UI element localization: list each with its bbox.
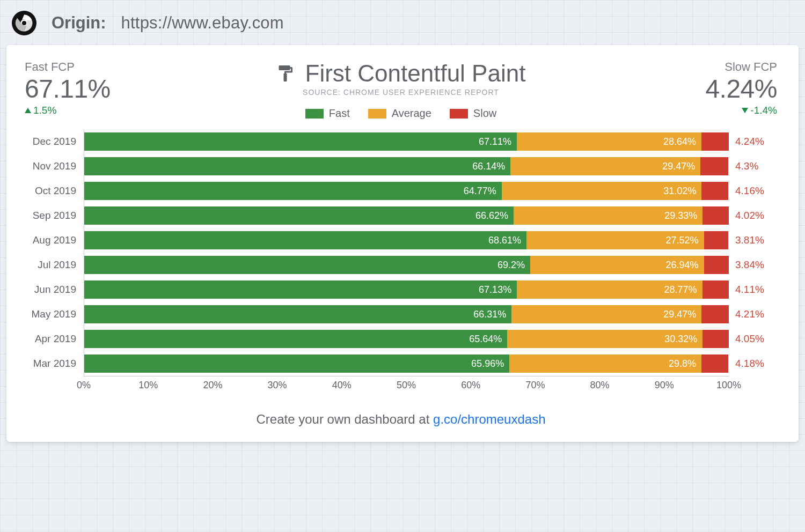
kpi-slow-delta: -1.4% (654, 105, 777, 116)
y-tick-label: Dec 2019 (25, 129, 76, 154)
bar-segment-slow (702, 206, 728, 225)
bar-row: 65.96%29.8% (84, 351, 729, 376)
kpi-fast-value: 67.11% (25, 74, 148, 104)
bar-row: 66.62%29.33% (84, 203, 729, 228)
x-tick-label: 50% (397, 380, 416, 391)
y-axis-labels: Dec 2019Nov 2019Oct 2019Sep 2019Aug 2019… (25, 129, 84, 376)
bar-row: 67.11%28.64% (84, 129, 729, 154)
bar-segment-slow (701, 305, 729, 323)
y-tick-label: Aug 2019 (25, 228, 76, 253)
bar-row: 66.14%29.47% (84, 154, 729, 179)
bar-segment-average: 29.8% (509, 354, 701, 373)
legend-item-slow: Slow (450, 107, 496, 120)
y-tick-label: Apr 2019 (25, 327, 76, 351)
bar-segment-average: 31.02% (502, 182, 702, 200)
slow-value-label: 4.05% (735, 327, 777, 351)
bar-row: 66.31%29.47% (84, 302, 729, 327)
x-tick-label: 90% (655, 380, 674, 391)
bar-segment-fast: 68.61% (84, 231, 526, 249)
x-tick-label: 0% (77, 380, 91, 391)
legend-item-fast: Fast (305, 107, 350, 120)
paint-roller-icon (276, 64, 296, 83)
bar-segment-average: 30.32% (507, 330, 702, 348)
footer-link[interactable]: g.co/chromeuxdash (433, 412, 545, 426)
x-tick-label: 40% (332, 380, 352, 391)
chrome-logo-icon (12, 11, 36, 35)
x-tick-label: 100% (716, 380, 741, 391)
legend-swatch-slow (450, 109, 468, 119)
bar-segment-slow (704, 231, 729, 249)
y-tick-label: Oct 2019 (25, 179, 76, 203)
x-tick-label: 10% (138, 380, 158, 391)
kpi-slow-label: Slow FCP (654, 60, 777, 74)
origin-label: Origin: (52, 13, 106, 33)
slow-value-label: 3.81% (735, 228, 777, 253)
bar-segment-fast: 65.64% (84, 330, 507, 348)
y-tick-label: Sep 2019 (25, 203, 76, 228)
bar-segment-average: 29.47% (510, 157, 700, 175)
legend-swatch-fast (305, 109, 324, 119)
bar-segment-fast: 66.62% (84, 206, 514, 225)
bar-segment-fast: 69.2% (84, 256, 530, 274)
bar-row: 64.77%31.02% (84, 179, 729, 203)
origin-url: https://www.ebay.com (121, 13, 284, 33)
legend: Fast Average Slow (159, 107, 643, 120)
bar-row: 68.61%27.52% (84, 228, 729, 253)
legend-label-slow: Slow (473, 107, 496, 120)
slow-value-label: 4.24% (735, 129, 777, 154)
bar-segment-fast: 67.13% (84, 280, 517, 299)
bar-segment-slow (702, 280, 729, 299)
bar-segment-average: 29.47% (511, 305, 701, 323)
bar-segment-average: 27.52% (526, 231, 704, 249)
footer: Create your own dashboard at g.co/chrome… (25, 412, 777, 427)
bar-row: 65.64%30.32% (84, 327, 729, 351)
slow-value-label: 4.11% (735, 277, 777, 302)
legend-label-average: Average (392, 107, 431, 120)
y-tick-label: Mar 2019 (25, 351, 76, 376)
bar-segment-slow (701, 132, 729, 151)
bar-segment-slow (701, 182, 728, 200)
bar-segment-slow (702, 330, 729, 348)
chart-subtitle: SOURCE: CHROME USER EXPERIENCE REPORT (159, 88, 643, 97)
y-tick-label: Nov 2019 (25, 154, 76, 179)
x-tick-label: 60% (461, 380, 480, 391)
bar-segment-slow (701, 354, 728, 373)
y-tick-label: May 2019 (25, 302, 76, 327)
kpi-fast-delta: 1.5% (25, 105, 56, 116)
bar-segment-fast: 66.31% (84, 305, 511, 323)
bar-segment-average: 29.33% (514, 206, 702, 225)
bar-segment-slow (704, 256, 729, 274)
bar-segment-average: 28.64% (517, 132, 701, 151)
x-tick-label: 80% (590, 380, 610, 391)
legend-label-fast: Fast (329, 107, 350, 120)
x-axis: 0%10%20%30%40%50%60%70%80%90%100% (84, 380, 729, 395)
legend-swatch-average (368, 109, 386, 119)
slow-value-label: 4.3% (735, 154, 777, 179)
arrow-up-icon (25, 108, 31, 113)
y-tick-label: Jul 2019 (25, 253, 76, 277)
kpi-fast-label: Fast FCP (25, 60, 148, 74)
x-tick-label: 20% (203, 380, 222, 391)
bar-segment-fast: 66.14% (84, 157, 510, 175)
svg-point-2 (22, 21, 26, 25)
bar-segment-average: 28.77% (517, 280, 702, 299)
slow-value-label: 4.21% (735, 302, 777, 327)
chart-title: First Contentful Paint (305, 60, 526, 87)
kpi-fast-delta-value: 1.5% (33, 105, 56, 116)
legend-item-average: Average (368, 107, 431, 120)
kpi-slow: Slow FCP 4.24% -1.4% (654, 60, 777, 116)
bar-segment-fast: 65.96% (84, 354, 509, 373)
plot-area: 67.11%28.64%66.14%29.47%64.77%31.02%66.6… (84, 129, 729, 376)
kpi-slow-delta-value: -1.4% (750, 105, 777, 116)
bar-segment-fast: 64.77% (84, 182, 502, 200)
kpi-fast: Fast FCP 67.11% 1.5% (25, 60, 148, 116)
slow-value-label: 4.18% (735, 351, 777, 376)
slow-value-label: 4.16% (735, 179, 777, 203)
bar-row: 69.2%26.94% (84, 253, 729, 277)
bar-segment-fast: 67.11% (84, 132, 517, 151)
bar-row: 67.13%28.77% (84, 277, 729, 302)
slow-value-label: 4.02% (735, 203, 777, 228)
bar-segment-average: 26.94% (530, 256, 704, 274)
topbar: Origin: https://www.ebay.com (6, 6, 799, 45)
metric-card: Fast FCP 67.11% 1.5% First Contentful Pa… (6, 45, 799, 442)
